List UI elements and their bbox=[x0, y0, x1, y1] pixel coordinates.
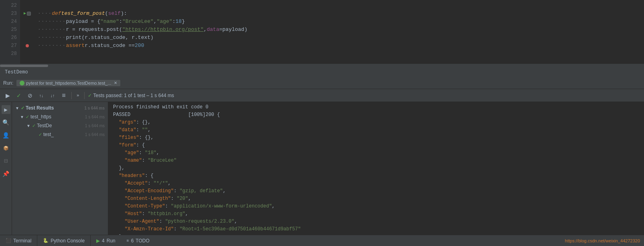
close-tab-button[interactable]: ✕ bbox=[114, 81, 117, 85]
terminal-icon: ⬛ bbox=[6, 238, 11, 243]
breadcrumb: TestDemo bbox=[0, 67, 644, 77]
tree-check-level3: ✓ bbox=[38, 132, 42, 137]
breadcrumb-text: TestDemo bbox=[5, 69, 28, 75]
bottom-bar: ⬛ Terminal 🐍 Python Console ▶ 4 Run ≡ 6 … bbox=[0, 235, 644, 246]
function-name: test_form_post bbox=[61, 10, 105, 18]
python-console-tab[interactable]: 🐍 Python Console bbox=[37, 235, 91, 246]
tree-expand-root: ▼ bbox=[15, 106, 20, 110]
left-sidebar: ▶ 🔍 👤 📦 ⊟ 📌 bbox=[0, 102, 12, 235]
tree-item-level3[interactable]: ✓ test_ 1 s 644 ms bbox=[12, 130, 108, 139]
todo-label: TODO bbox=[136, 238, 149, 244]
output-line-15: "User-Agent": "python-requests/2.23.0", bbox=[113, 218, 639, 226]
output-line-8: }, bbox=[113, 165, 639, 172]
terminal-label: Terminal bbox=[13, 238, 31, 244]
toolbar-separator bbox=[71, 92, 72, 99]
run-bottom-tab[interactable]: ▶ 4 Run bbox=[91, 235, 121, 246]
code-line-24: ········ payload = {"name": "BruceLee", … bbox=[38, 18, 641, 26]
output-line-11: "Accept-Encoding": "gzip, deflate", bbox=[113, 187, 639, 195]
output-line-5: "form": { bbox=[113, 142, 639, 149]
sidebar-icon-user[interactable]: 👤 bbox=[2, 131, 10, 140]
tree-item-root[interactable]: ▼ ✓ Test Results 1 s 644 ms bbox=[12, 104, 108, 112]
sidebar-icon-run[interactable]: ▶ bbox=[2, 105, 10, 114]
code-line-25: ········ r = requests.post("https://http… bbox=[38, 26, 641, 34]
tree-expand-level1: ▼ bbox=[20, 115, 25, 119]
run-number: 4 bbox=[102, 238, 105, 244]
test-tree[interactable]: ▼ ✓ Test Results 1 s 644 ms ▼ ✓ test_htt… bbox=[12, 102, 108, 235]
tree-label-level3: test_ bbox=[43, 132, 83, 137]
line-numbers: 22 23 24 25 26 27 28 bbox=[0, 0, 20, 64]
tree-label-level1: test_https bbox=[30, 114, 83, 120]
sort-desc-button[interactable]: ↓↑ bbox=[48, 91, 57, 100]
list-button[interactable]: ≡ bbox=[59, 91, 68, 100]
python-console-icon: 🐍 bbox=[43, 238, 49, 243]
run-panel: Run: pytest for test_httpsdemo.TestDemo.… bbox=[0, 77, 644, 235]
indent-dots: ···· bbox=[38, 10, 52, 18]
tree-time-level3: 1 s 644 ms bbox=[85, 132, 105, 137]
run-label: Run: bbox=[3, 80, 13, 86]
tree-time-level2: 1 s 644 ms bbox=[85, 124, 105, 128]
code-editor: 22 23 24 25 26 27 28 ▶ bbox=[0, 0, 644, 64]
tree-item-level2[interactable]: ▼ ✓ TestDe 1 s 644 ms bbox=[12, 121, 108, 130]
output-line-10: "Accept": "*/*", bbox=[113, 180, 639, 187]
gutter: ▶ bbox=[20, 0, 34, 64]
todo-tab[interactable]: ≡ 6 TODO bbox=[121, 235, 155, 246]
run-icon[interactable]: ▶ bbox=[24, 10, 26, 18]
output-panel: Process finished with exit code 0 PASSED… bbox=[108, 102, 644, 235]
breakpoint-icon[interactable] bbox=[27, 12, 31, 16]
def-keyword: def bbox=[52, 10, 61, 18]
breakpoint-dot bbox=[26, 44, 29, 47]
output-line-0: Process finished with exit code 0 bbox=[113, 104, 639, 111]
run-bottom-label: Run bbox=[107, 238, 115, 244]
output-line-16: "X-Amzn-Trace-Id": "Root=1-5ec396ae-d0d7… bbox=[113, 226, 639, 233]
code-lines: ···· def test_form_post(self): ········ … bbox=[34, 0, 644, 64]
tree-label-root: Test Results bbox=[26, 105, 83, 111]
scrollbar-thumb bbox=[0, 65, 48, 67]
toolbar-more[interactable]: » bbox=[75, 92, 81, 99]
output-line-12: "Content-Length": "20", bbox=[113, 195, 639, 203]
sidebar-icon-search[interactable]: 🔍 bbox=[2, 118, 10, 127]
sidebar-icon-list[interactable]: ⊟ bbox=[2, 157, 10, 165]
output-line-7: "name": "BruceLee" bbox=[113, 157, 639, 165]
rerun-button[interactable]: ✓ bbox=[14, 91, 23, 100]
tests-passed-status: ✓ Tests passed: 1 of 1 test – 1 s 644 ms bbox=[88, 93, 174, 98]
tree-expand-level3 bbox=[33, 132, 38, 137]
python-console-label: Python Console bbox=[51, 238, 85, 244]
output-line-4: "files": {}, bbox=[113, 134, 639, 142]
code-line-26: ········ print(r.status_code, r.text) bbox=[38, 34, 641, 42]
todo-number: 6 bbox=[131, 238, 134, 244]
output-line-3: "data": "", bbox=[113, 126, 639, 134]
output-line-14: "Host": "httpbin.org", bbox=[113, 210, 639, 218]
run-tab-label: pytest for test_httpsdemo.TestDemo.test_… bbox=[26, 81, 111, 85]
tree-label-level2: TestDe bbox=[37, 123, 83, 128]
run-content: ▶ 🔍 👤 📦 ⊟ 📌 ▼ ✓ Test Results 1 s 644 ms bbox=[0, 102, 644, 235]
run-tab[interactable]: pytest for test_httpsdemo.TestDemo.test_… bbox=[16, 80, 120, 86]
play-button[interactable]: ▶ bbox=[3, 91, 12, 100]
check-icon: ✓ bbox=[88, 93, 92, 98]
todo-icon: ≡ bbox=[127, 238, 129, 243]
code-line-27: ········ assert r.status_code == 200 bbox=[38, 42, 641, 50]
toolbar-separator-2 bbox=[84, 92, 85, 99]
horizontal-scrollbar[interactable] bbox=[0, 64, 644, 67]
code-line-22 bbox=[38, 2, 641, 10]
self-param: self bbox=[108, 10, 121, 18]
tree-check-level2: ✓ bbox=[32, 123, 36, 128]
run-bottom-icon: ▶ bbox=[96, 238, 100, 244]
blog-link[interactable]: https://blog.csdn.net/weixin_44272320 bbox=[565, 238, 644, 243]
run-tab-bar: Run: pytest for test_httpsdemo.TestDemo.… bbox=[0, 77, 644, 89]
sidebar-icon-pin[interactable]: 📌 bbox=[2, 169, 10, 178]
tree-time-level1: 1 s 644 ms bbox=[85, 115, 105, 119]
output-line-6: "age": "18", bbox=[113, 149, 639, 157]
sidebar-icon-package[interactable]: 📦 bbox=[2, 144, 10, 152]
tree-check-level1: ✓ bbox=[26, 114, 29, 120]
code-line-28 bbox=[38, 50, 641, 58]
sort-asc-button[interactable]: ↑↓ bbox=[37, 91, 46, 100]
tab-status-icon bbox=[20, 81, 24, 85]
tree-expand-level2: ▼ bbox=[26, 124, 31, 128]
tests-passed-text: Tests passed: 1 of 1 test – 1 s 644 ms bbox=[93, 93, 174, 98]
tree-item-level1[interactable]: ▼ ✓ test_https 1 s 644 ms bbox=[12, 112, 108, 121]
output-line-1: PASSED [100%]200 { bbox=[113, 111, 639, 119]
stop-button[interactable]: ⊘ bbox=[26, 91, 34, 100]
run-toolbar: ▶ ✓ ⊘ ↑↓ ↓↑ ≡ » ✓ Tests passed: 1 of 1 t… bbox=[0, 89, 644, 102]
output-line-2: "args": {}, bbox=[113, 119, 639, 126]
terminal-tab[interactable]: ⬛ Terminal bbox=[0, 235, 37, 246]
